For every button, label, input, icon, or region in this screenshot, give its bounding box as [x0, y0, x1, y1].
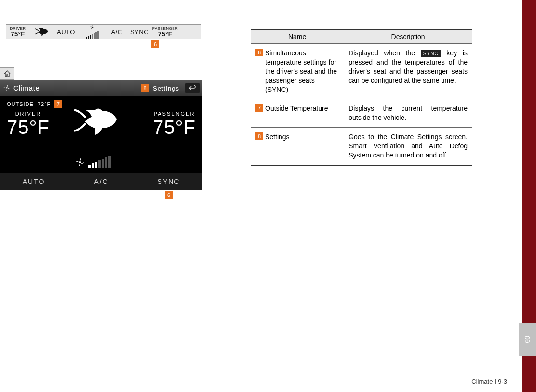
settings-button-label[interactable]: Settings	[153, 85, 179, 92]
row-desc: Displays the current temperature outside…	[344, 99, 472, 128]
driver-temp: 75°F	[11, 31, 25, 37]
outside-temp: 72°F	[38, 101, 51, 107]
passenger-temp: 75°F	[158, 31, 173, 37]
description-table: Name Description 6Simultaneous temperatu…	[251, 29, 472, 166]
passenger-temp-block: PASSENGER 75°F	[152, 25, 178, 39]
page-footer: Climate I 9-3	[471, 378, 507, 385]
table-head-desc: Description	[344, 29, 472, 44]
callout-7-marker: 7	[54, 100, 62, 108]
table-row: 7Outside Temperature Displays the curren…	[251, 99, 472, 128]
airflow-icon	[72, 105, 125, 141]
panel-header: Climate 8 Settings	[0, 80, 202, 96]
driver-temp-block: DRIVER 75°F	[6, 25, 29, 39]
row-desc: Goes to the Climate Settings screen. Sma…	[344, 128, 472, 165]
driver-temp-block: DRIVER 75°F	[7, 111, 50, 138]
callout-8-marker: 8	[141, 84, 149, 92]
row-badge: 8	[255, 132, 263, 140]
fan-level-indicator	[75, 156, 111, 168]
back-button[interactable]	[185, 83, 200, 93]
row-badge: 7	[255, 104, 263, 112]
airflow-icon	[29, 25, 54, 39]
fan-level-icon	[78, 25, 107, 39]
panel-title: Climate	[13, 84, 40, 92]
callout-6-marker: 6	[165, 191, 173, 199]
row-name: Outside Temperature	[265, 104, 328, 113]
passenger-temp-block: PASSENGER 75°F	[153, 111, 196, 138]
passenger-temp: 75°F	[153, 117, 196, 138]
row-desc: Displayed when the SYNC key is pressed a…	[344, 44, 472, 99]
sync-label: SYNC	[127, 25, 152, 39]
driver-label: DRIVER	[7, 111, 50, 117]
climate-top-bar: DRIVER 75°F AUTO A/C SYNC	[6, 24, 201, 39]
table-head-name: Name	[251, 29, 344, 44]
row-badge: 6	[255, 49, 263, 56]
row-name: Simultaneous temperature settings for th…	[265, 49, 339, 94]
auto-button[interactable]: AUTO	[0, 173, 67, 190]
sync-button[interactable]: SYNC	[135, 173, 202, 190]
passenger-label: PASSENGER	[153, 111, 196, 117]
ac-label: A/C	[107, 25, 127, 39]
table-row: 8Settings Goes to the Climate Settings s…	[251, 128, 472, 165]
home-icon[interactable]	[0, 67, 14, 80]
driver-temp: 75°F	[7, 117, 50, 138]
table-row: 6Simultaneous temperature settings for t…	[251, 44, 472, 99]
auto-label: AUTO	[54, 25, 78, 39]
sync-key-label: SYNC	[421, 50, 441, 58]
callout-6-marker: 6	[151, 40, 159, 48]
row-name: Settings	[265, 132, 290, 142]
outside-label: OUTSIDE	[7, 101, 34, 107]
chapter-tab: 09	[519, 323, 536, 356]
fan-icon	[3, 84, 11, 93]
ac-button[interactable]: A/C	[67, 173, 135, 190]
climate-panel: Climate 8 Settings OUTSIDE 72°F 7	[0, 80, 202, 190]
